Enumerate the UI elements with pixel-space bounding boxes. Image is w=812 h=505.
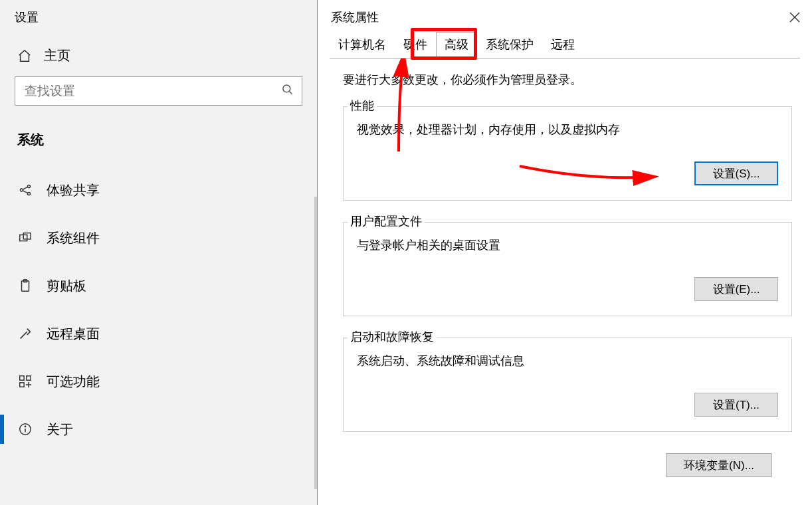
tab-strip: 计算机名 硬件 高级 系统保护 远程 [330, 33, 800, 58]
share-icon [17, 182, 33, 198]
group-user-profiles: 用户配置文件 与登录帐户相关的桌面设置 设置(E)... [343, 222, 792, 316]
user-profiles-settings-button[interactable]: 设置(E)... [694, 277, 778, 301]
tab-remote[interactable]: 远程 [542, 32, 583, 58]
tab-computer-name[interactable]: 计算机名 [330, 32, 395, 58]
svg-line-11 [21, 332, 27, 338]
nav-label: 关于 [47, 421, 73, 439]
home-label: 主页 [44, 47, 70, 64]
nav-label: 可选功能 [47, 373, 100, 391]
close-button[interactable] [787, 9, 803, 25]
group-desc-startup-recovery: 系统启动、系统故障和调试信息 [357, 353, 778, 369]
sidebar-item-system-components[interactable]: 系统组件 [0, 214, 317, 262]
svg-point-3 [27, 185, 30, 187]
startup-recovery-settings-button[interactable]: 设置(T)... [694, 393, 778, 417]
sidebar-item-remote-desktop[interactable]: 远程桌面 [0, 310, 317, 357]
system-properties-dialog: 系统属性 计算机名 硬件 高级 系统保护 远程 要进行大多数更改，你必须作为管理… [318, 0, 812, 505]
nav-label: 体验共享 [47, 181, 100, 199]
group-desc-performance: 视觉效果，处理器计划，内存使用，以及虚拟内存 [357, 122, 778, 138]
svg-point-0 [283, 85, 290, 92]
section-title-system: 系统 [0, 124, 317, 166]
tab-advanced[interactable]: 高级 [436, 32, 477, 58]
svg-point-4 [27, 192, 30, 195]
group-legend-startup-recovery: 启动和故障恢复 [348, 329, 437, 345]
nav-label: 系统组件 [47, 229, 100, 247]
svg-line-5 [23, 187, 27, 189]
components-icon [17, 230, 33, 246]
dialog-body: 要进行大多数更改，你必须作为管理员登录。 性能 视觉效果，处理器计划，内存使用，… [318, 58, 812, 490]
remote-icon [17, 326, 33, 342]
tab-system-protection[interactable]: 系统保护 [477, 32, 542, 58]
svg-rect-14 [20, 383, 24, 387]
home-icon [17, 49, 32, 63]
sidebar-item-experience-share[interactable]: 体验共享 [0, 166, 317, 214]
sidebar-item-clipboard[interactable]: 剪贴板 [0, 262, 317, 310]
search-input[interactable] [15, 76, 302, 106]
nav-label: 远程桌面 [47, 325, 100, 343]
svg-line-6 [23, 191, 27, 193]
group-legend-user-profiles: 用户配置文件 [348, 213, 425, 229]
scrollbar[interactable] [314, 197, 317, 489]
settings-sidebar: 设置 主页 系统 [0, 0, 318, 505]
group-desc-user-profiles: 与登录帐户相关的桌面设置 [357, 237, 778, 253]
grid-plus-icon [17, 373, 33, 389]
dialog-titlebar: 系统属性 [318, 0, 812, 33]
search-container [15, 76, 302, 106]
environment-variables-button[interactable]: 环境变量(N)... [666, 453, 772, 477]
svg-rect-13 [27, 376, 31, 380]
svg-line-1 [290, 92, 292, 94]
nav-label: 剪贴板 [47, 277, 86, 295]
svg-rect-12 [20, 376, 24, 380]
sidebar-item-optional-features[interactable]: 可选功能 [0, 357, 317, 405]
info-icon [17, 421, 33, 437]
svg-point-19 [25, 426, 25, 427]
dialog-title: 系统属性 [331, 9, 379, 25]
search-icon [281, 83, 294, 99]
group-performance: 性能 视觉效果，处理器计划，内存使用，以及虚拟内存 设置(S)... [343, 106, 792, 201]
sidebar-item-home[interactable]: 主页 [0, 39, 317, 76]
admin-note: 要进行大多数更改，你必须作为管理员登录。 [343, 72, 792, 88]
group-startup-recovery: 启动和故障恢复 系统启动、系统故障和调试信息 设置(T)... [343, 338, 792, 432]
performance-settings-button[interactable]: 设置(S)... [694, 161, 778, 185]
svg-point-2 [20, 189, 23, 191]
sidebar-item-about[interactable]: 关于 [0, 405, 317, 453]
tab-hardware[interactable]: 硬件 [395, 32, 436, 58]
group-legend-performance: 性能 [348, 98, 377, 114]
settings-title: 设置 [0, 0, 317, 39]
clipboard-icon [17, 278, 33, 294]
